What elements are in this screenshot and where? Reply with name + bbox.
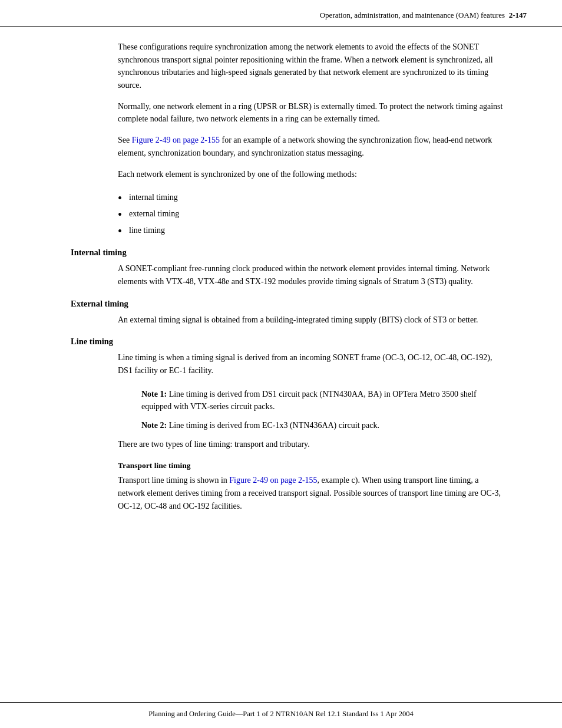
note-2: Note 2: Line timing is derived from EC-1… <box>141 419 503 432</box>
list-item: • internal timing <box>118 191 527 205</box>
note-2-text: Line timing is derived from EC-1x3 (NTN4… <box>167 421 379 430</box>
figure-reference-link[interactable]: Figure 2-49 on page 2-155 <box>132 136 220 144</box>
page: Operation, administration, and maintenan… <box>0 0 562 728</box>
line-timing-heading: Line timing <box>71 337 527 347</box>
page-content: These configurations require synchroniza… <box>0 41 562 512</box>
paragraph-3: Each network element is synchronized by … <box>118 168 503 181</box>
paragraph-2: Normally, one network element in a ring … <box>118 100 503 126</box>
bullet-list: • internal timing • external timing • li… <box>118 191 527 238</box>
note-1-text: Line timing is derived from DS1 circuit … <box>141 390 477 411</box>
internal-timing-body: A SONET-compliant free-running clock pro… <box>118 262 503 288</box>
header-description: Operation, administration, and maintenan… <box>320 11 505 20</box>
note-1-label: Note 1: <box>141 390 167 398</box>
intro-paragraph-1: These configurations require synchroniza… <box>118 41 503 180</box>
header-page-number: 2-147 <box>509 11 527 20</box>
line-timing-after-notes: There are two types of line timing: tran… <box>118 438 503 451</box>
figure-reference: See Figure 2-49 on page 2-155 for an exa… <box>118 134 503 159</box>
external-timing-section: External timing An external timing signa… <box>35 299 527 327</box>
figure-ref-before: See <box>118 136 132 144</box>
transport-line-timing-body: Transport line timing is shown in Figure… <box>118 474 503 512</box>
note-1: Note 1: Line timing is derived from DS1 … <box>141 388 503 413</box>
bullet-dot: • <box>118 207 122 222</box>
page-header: Operation, administration, and maintenan… <box>0 0 562 27</box>
external-timing-heading: External timing <box>71 299 527 309</box>
bullet-item-label: line timing <box>129 224 165 237</box>
internal-timing-section: Internal timing A SONET-compliant free-r… <box>35 248 527 288</box>
bullet-dot: • <box>118 224 122 238</box>
line-timing-body: Line timing is when a timing signal is d… <box>118 351 503 377</box>
page-footer: Planning and Ordering Guide—Part 1 of 2 … <box>0 702 562 728</box>
transport-line-timing-section: Transport line timing Transport line tim… <box>35 461 527 512</box>
external-timing-body: An external timing signal is obtained fr… <box>118 314 503 327</box>
list-item: • line timing <box>118 224 527 238</box>
bullet-item-label: internal timing <box>129 191 178 204</box>
transport-line-timing-heading: Transport line timing <box>118 461 527 470</box>
footer-text: Planning and Ordering Guide—Part 1 of 2 … <box>148 710 414 719</box>
line-timing-section: Line timing Line timing is when a timing… <box>35 337 527 512</box>
transport-figure-link[interactable]: Figure 2-49 on page 2-155 <box>229 476 317 485</box>
paragraph-1: These configurations require synchroniza… <box>118 41 503 92</box>
bullet-dot: • <box>118 191 122 205</box>
bullet-item-label: external timing <box>129 207 179 220</box>
transport-body-before: Transport line timing is shown in <box>118 476 229 485</box>
internal-timing-heading: Internal timing <box>71 248 527 258</box>
list-item: • external timing <box>118 207 527 222</box>
note-2-label: Note 2: <box>141 421 167 430</box>
